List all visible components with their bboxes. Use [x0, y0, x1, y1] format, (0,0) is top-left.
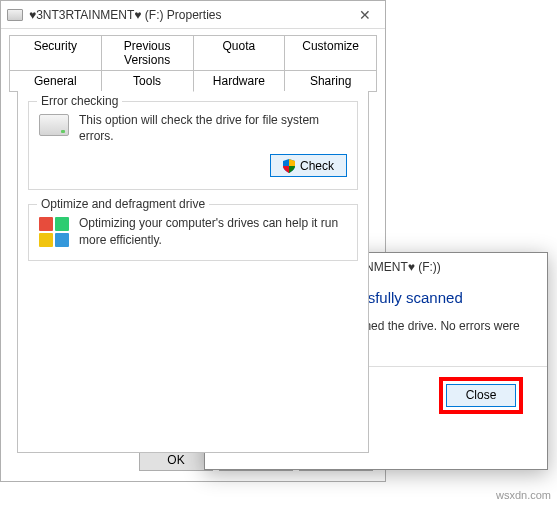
tab-quota[interactable]: Quota	[194, 35, 286, 71]
drive-icon	[7, 9, 23, 21]
properties-dialog: ♥3NT3RTAINMENT♥ (F:) Properties ✕ Securi…	[0, 0, 386, 482]
defrag-icon	[39, 217, 69, 247]
close-icon[interactable]: ✕	[345, 2, 385, 28]
uac-shield-icon	[283, 159, 295, 173]
defrag-legend: Optimize and defragment drive	[37, 197, 209, 211]
defrag-group: Optimize and defragment drive Optimizing…	[28, 204, 358, 260]
tab-sharing[interactable]: Sharing	[285, 70, 377, 92]
close-button[interactable]: Close	[446, 384, 516, 407]
tab-hardware[interactable]: Hardware	[194, 70, 286, 92]
error-checking-group: Error checking This option will check th…	[28, 101, 358, 190]
check-button[interactable]: Check	[270, 154, 347, 177]
tab-row-lower: General Tools Hardware Sharing	[9, 70, 377, 92]
error-checking-legend: Error checking	[37, 94, 122, 108]
window-title: ♥3NT3RTAINMENT♥ (F:) Properties	[29, 8, 345, 22]
error-checking-text: This option will check the drive for fil…	[79, 112, 347, 144]
tab-general[interactable]: General	[9, 70, 102, 92]
tab-customize[interactable]: Customize	[285, 35, 377, 71]
close-button-highlight: Close	[439, 377, 523, 414]
tab-previous-versions[interactable]: Previous Versions	[102, 35, 194, 71]
tab-tools[interactable]: Tools	[102, 70, 194, 92]
tools-tab-content: Error checking This option will check th…	[17, 91, 369, 453]
properties-titlebar[interactable]: ♥3NT3RTAINMENT♥ (F:) Properties ✕	[1, 1, 385, 29]
tab-row-upper: Security Previous Versions Quota Customi…	[9, 35, 377, 71]
hdd-icon	[39, 114, 69, 136]
check-button-label: Check	[300, 159, 334, 173]
defrag-text: Optimizing your computer's drives can he…	[79, 215, 347, 247]
tab-container: Security Previous Versions Quota Customi…	[1, 29, 385, 453]
tab-security[interactable]: Security	[9, 35, 102, 71]
watermark: wsxdn.com	[496, 489, 551, 501]
